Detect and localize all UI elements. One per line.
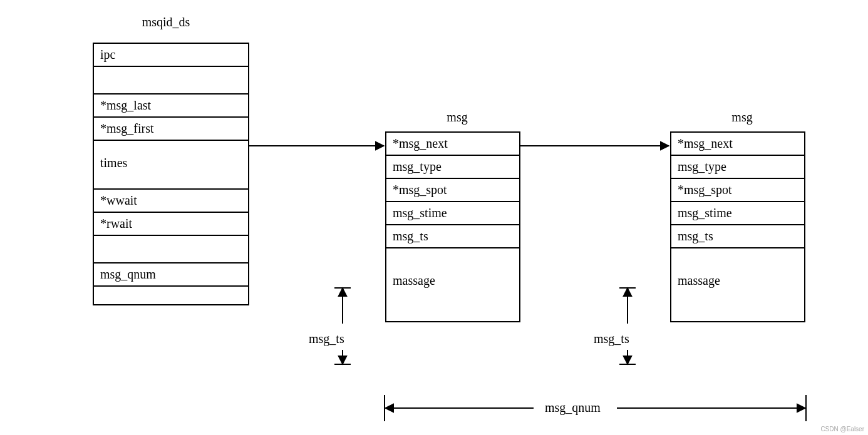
msg2-row-msg-type: msg_type [671, 156, 804, 179]
msqid-row-msg-last: *msg_last [94, 95, 248, 118]
msg2-title: msg [717, 110, 767, 125]
msqid-ds-title: msqid_ds [122, 15, 210, 29]
msqid-row-rwait: *rwait [94, 213, 248, 236]
msg1-row-msg-stime: msg_stime [386, 202, 519, 225]
msg-ts-label-2: msg_ts [594, 332, 629, 346]
msg1-row-msg-next: *msg_next [386, 133, 519, 156]
msqid-row-times: times [94, 141, 248, 190]
msg1-row-massage: massage [386, 248, 519, 321]
msqid-row-ipc: ipc [94, 44, 248, 67]
msg2-row-msg-stime: msg_stime [671, 202, 804, 225]
msqid-row-msg-first: *msg_first [94, 118, 248, 141]
msg1-row-msg-spot: *msg_spot [386, 179, 519, 202]
msg1-row-msg-type: msg_type [386, 156, 519, 179]
msg-qnum-label: msg_qnum [545, 401, 601, 415]
msg2-row-massage: massage [671, 248, 804, 321]
msg2-row-msg-ts: msg_ts [671, 225, 804, 248]
msg1-struct: *msg_next msg_type *msg_spot msg_stime m… [385, 131, 520, 322]
msqid-row-blank2 [94, 236, 248, 264]
msg-ts-label-1: msg_ts [309, 332, 344, 346]
msg1-row-msg-ts: msg_ts [386, 225, 519, 248]
msqid-row-blank1 [94, 67, 248, 95]
msqid-row-blank3 [94, 287, 248, 304]
msg2-row-msg-next: *msg_next [671, 133, 804, 156]
watermark: CSDN @Ealser [820, 426, 864, 432]
msqid-row-wwait: *wwait [94, 190, 248, 213]
msg1-title: msg [432, 110, 482, 125]
msg2-row-msg-spot: *msg_spot [671, 179, 804, 202]
msqid-ds-struct: ipc *msg_last *msg_first times *wwait *r… [93, 43, 249, 305]
msqid-row-msg-qnum: msg_qnum [94, 264, 248, 287]
msg2-struct: *msg_next msg_type *msg_spot msg_stime m… [670, 131, 805, 322]
